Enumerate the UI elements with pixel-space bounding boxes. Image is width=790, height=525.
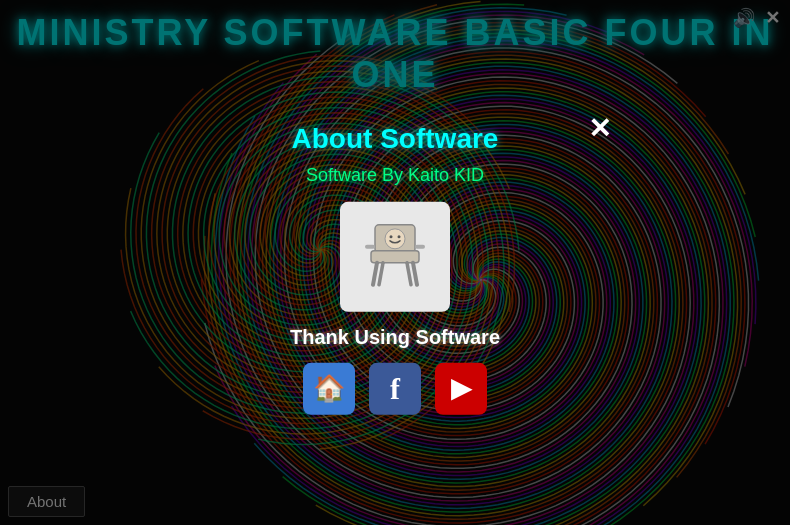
svg-line-5 (407, 262, 411, 284)
svg-point-9 (390, 235, 393, 238)
svg-line-2 (373, 262, 377, 284)
home-button[interactable]: 🏠 (303, 362, 355, 414)
svg-point-8 (385, 228, 405, 248)
facebook-button[interactable]: f (369, 362, 421, 414)
modal-title: About Software (292, 122, 499, 154)
about-modal: ✕ About Software Software By Kaito KID T… (185, 122, 605, 414)
chair-icon (355, 216, 435, 296)
svg-point-10 (398, 235, 401, 238)
social-buttons-row: 🏠 f ▶ (303, 362, 487, 414)
svg-line-4 (379, 262, 383, 284)
modal-thank-text: Thank Using Software (290, 325, 500, 348)
svg-line-3 (413, 262, 417, 284)
modal-subtitle: Software By Kaito KID (306, 164, 484, 185)
modal-close-button[interactable]: ✕ (583, 112, 615, 144)
app-logo-box (340, 201, 450, 311)
svg-rect-6 (365, 244, 375, 248)
youtube-icon: ▶ (451, 373, 471, 404)
svg-rect-7 (415, 244, 425, 248)
youtube-button[interactable]: ▶ (435, 362, 487, 414)
svg-rect-1 (371, 250, 419, 262)
facebook-icon: f (390, 371, 400, 405)
home-icon: 🏠 (313, 373, 345, 404)
